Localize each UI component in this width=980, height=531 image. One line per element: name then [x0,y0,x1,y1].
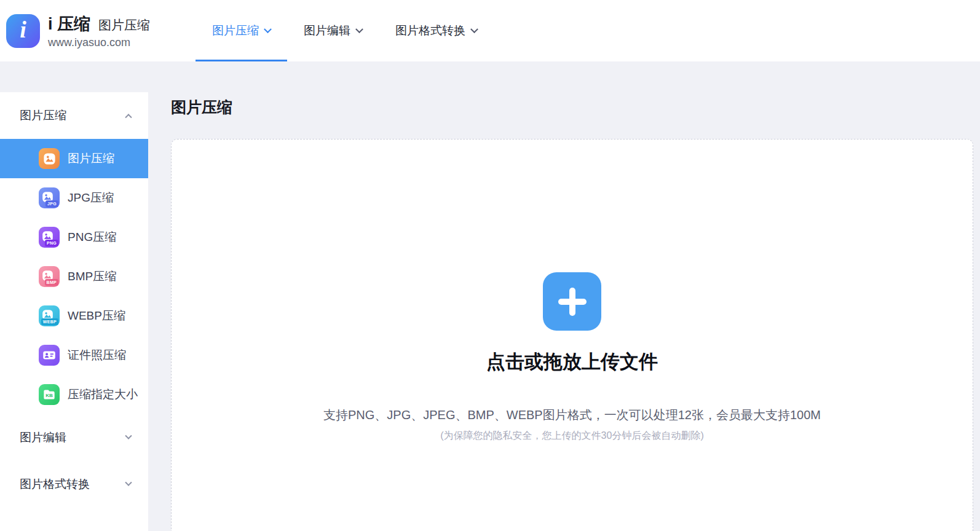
sidebar-item-image-compress[interactable]: 图片压缩 [0,139,148,178]
chevron-down-icon [125,479,132,486]
webp-compress-icon: WEBP [39,305,60,326]
jpg-badge: JPG [45,200,58,207]
chevron-down-icon [355,25,363,33]
chevron-up-icon [125,114,132,120]
chevron-down-icon [470,25,478,33]
sidebar-item-bmp-compress[interactable]: BMP BMP压缩 [0,257,148,296]
nav-tab-image-edit[interactable]: 图片编辑 [287,0,379,61]
brand-subtitle: 图片压缩 [98,17,150,34]
png-compress-icon: PNG [39,227,60,248]
upload-privacy-text: (为保障您的隐私安全，您上传的文件30分钟后会被自动删除) [172,430,973,442]
chevron-down-icon [125,433,132,439]
bmp-compress-icon: BMP [39,266,60,287]
sidebar-item-label: 压缩指定大小 [68,387,138,403]
sidebar: 图片压缩 图片压缩 JPG JPG压缩 [0,92,148,531]
nav-tab-label: 图片格式转换 [395,23,465,39]
page-title: 图片压缩 [171,97,232,117]
nav-tab-label: 图片编辑 [304,23,350,39]
png-badge: PNG [45,240,58,246]
upload-dropzone[interactable]: 点击或拖放上传文件 支持PNG、JPG、JPEG、BMP、WEBP图片格式，一次… [171,139,973,531]
brand-name: i 压缩 [48,13,90,35]
sidebar-section-image-compress[interactable]: 图片压缩 [0,92,148,139]
image-compress-icon [39,148,60,169]
sidebar-item-png-compress[interactable]: PNG PNG压缩 [0,218,148,257]
sidebar-item-label: 图片压缩 [68,151,114,167]
sidebar-item-id-photo-compress[interactable]: 证件照压缩 [0,336,148,375]
nav-tab-image-compress[interactable]: 图片压缩 [196,0,287,61]
sidebar-section-label: 图片编辑 [20,430,66,446]
nav-tab-format-convert[interactable]: 图片格式转换 [379,0,494,61]
sidebar-item-label: WEBP压缩 [68,308,125,324]
upload-heading: 点击或拖放上传文件 [172,349,973,375]
nav-tab-label: 图片压缩 [212,23,259,39]
site-logo[interactable]: i i 压缩 图片压缩 www.iyasuo.com [6,13,150,49]
sidebar-section-label: 图片格式转换 [20,476,90,492]
sidebar-section-image-edit[interactable]: 图片编辑 [0,414,148,461]
kb-folder-icon: KB [39,384,60,405]
main-nav: 图片压缩 图片编辑 图片格式转换 [196,0,494,61]
sidebar-item-label: PNG压缩 [68,229,116,245]
sidebar-item-label: JPG压缩 [68,190,114,206]
app-logo-icon: i [6,14,40,48]
bmp-badge: BMP [45,279,58,286]
kb-badge: KB [45,393,53,398]
sidebar-section-label: 图片压缩 [20,108,66,124]
sidebar-item-webp-compress[interactable]: WEBP WEBP压缩 [0,296,148,336]
add-files-button[interactable] [543,272,601,331]
logo-letter: i [20,16,26,43]
sidebar-section-format-convert[interactable]: 图片格式转换 [0,461,148,508]
site-url: www.iyasuo.com [48,36,150,49]
webp-badge: WEBP [41,318,58,325]
logo-text: i 压缩 图片压缩 www.iyasuo.com [48,13,150,49]
sidebar-item-label: BMP压缩 [68,269,116,285]
sidebar-item-compress-to-size[interactable]: KB 压缩指定大小 [0,375,148,414]
upload-support-text: 支持PNG、JPG、JPEG、BMP、WEBP图片格式，一次可以处理12张，会员… [172,407,973,423]
sidebar-item-label: 证件照压缩 [68,347,126,363]
app-header: i i 压缩 图片压缩 www.iyasuo.com 图片压缩 图片编辑 图片格… [0,0,980,61]
sidebar-item-jpg-compress[interactable]: JPG JPG压缩 [0,178,148,218]
jpg-compress-icon: JPG [39,187,60,208]
id-photo-icon [39,345,60,366]
chevron-down-icon [264,25,272,33]
